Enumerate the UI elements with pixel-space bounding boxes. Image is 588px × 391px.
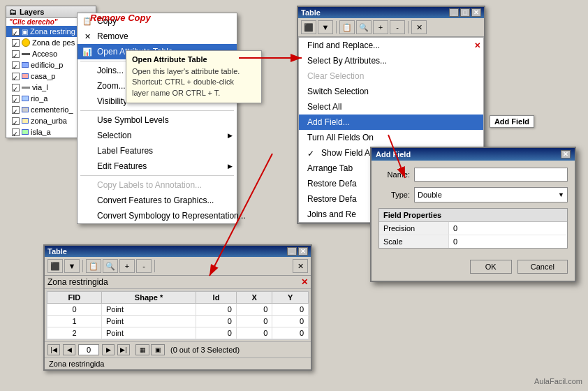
table-bottom-minimize[interactable]: _	[287, 247, 297, 256]
zone-close-icon[interactable]: ✕	[301, 277, 308, 287]
tb-bottom-del[interactable]: -	[136, 259, 152, 273]
toolbar-select-btn[interactable]: ⬛	[301, 20, 316, 34]
nav-first-btn[interactable]: |◀	[47, 344, 60, 355]
nav-view-select-btn[interactable]: ▣	[151, 344, 165, 355]
toolbar-del-btn[interactable]: -	[390, 20, 405, 34]
ctx-use-symbol[interactable]: Use Symbol Levels	[78, 112, 237, 128]
nav-current-input[interactable]	[78, 344, 99, 355]
menu-switch-selection[interactable]: Switch Selection	[299, 84, 483, 99]
tb-bottom-select[interactable]: ⬛	[47, 259, 63, 273]
win-maximize-btn[interactable]: □	[460, 8, 470, 17]
layer-symbol-line-5	[22, 87, 30, 89]
tooltip-box: Open Attribute Table Open this layer's a…	[126, 50, 262, 103]
scale-value[interactable]: 0	[449, 235, 567, 248]
layer-checkbox-9[interactable]	[12, 128, 20, 136]
type-select[interactable]: Double ▼	[414, 187, 568, 202]
tb-bottom-filter[interactable]: 🔍	[103, 259, 118, 273]
menu-select-all[interactable]: Select All	[299, 99, 483, 115]
layer-label-6: rio_a	[31, 94, 47, 103]
col-y: Y	[272, 292, 309, 304]
layers-icon: 🗂	[9, 8, 17, 16]
toolbar-sep-2	[408, 21, 409, 34]
layer-checkbox-1[interactable]	[12, 39, 20, 47]
layer-checkbox-8[interactable]	[12, 117, 20, 125]
layer-checkbox-7[interactable]	[12, 106, 20, 114]
table-bottom-titlebar: Table _ ✕	[45, 246, 311, 257]
layer-label-2: Acceso	[32, 50, 57, 58]
layer-checkbox-5[interactable]	[12, 84, 20, 91]
toolbar-add-btn[interactable]: +	[373, 20, 388, 34]
ctx-label-features-label: Label Features	[97, 146, 153, 156]
ctx-convert-features[interactable]: Convert Features to Graphics...	[78, 193, 237, 208]
layer-checkbox-0[interactable]	[12, 28, 20, 36]
nav-next-btn[interactable]: ▶	[102, 344, 115, 355]
ctx-remove[interactable]: ✕ Remove	[78, 29, 237, 44]
nav-view-table-btn[interactable]: ▦	[135, 344, 149, 355]
add-field-callout: Add Field	[490, 115, 534, 128]
menu-add-field[interactable]: Add Field...	[299, 115, 483, 130]
layer-checkbox-4[interactable]	[12, 73, 20, 80]
ok-button[interactable]: OK	[470, 260, 512, 274]
ctx-joins-label: Joins...	[97, 66, 124, 75]
zone-label: Zona restringida	[47, 277, 108, 287]
menu-find-replace[interactable]: Find and Replace... ✕	[299, 38, 483, 53]
table-bottom-close[interactable]: ✕	[298, 247, 308, 256]
ctx-edit-features[interactable]: Edit Features	[78, 158, 237, 174]
precision-value[interactable]: 0	[449, 222, 567, 235]
ctx-sep-3	[80, 175, 234, 176]
layer-checkbox-3[interactable]	[12, 61, 20, 69]
layer-label-5: via_l	[32, 83, 48, 91]
layer-label-9: isla_a	[31, 128, 51, 136]
add-field-titlebar: Add Field ✕	[372, 148, 575, 161]
tooltip-line1: Open this layer's attribute table.	[132, 66, 256, 77]
menu-clear-selection: Clear Selection	[299, 68, 483, 84]
ctx-zoom-label: Zoom...	[97, 81, 126, 91]
add-field-body: Name: Type: Double ▼ Field Properties Pr…	[372, 161, 575, 256]
nav-last-btn[interactable]: ▶|	[117, 344, 130, 355]
name-row: Name:	[378, 168, 568, 182]
menu-turn-all-fields[interactable]: Turn All Fields On	[299, 130, 483, 145]
tooltip-line3: layer name OR CTRL + T.	[132, 88, 256, 98]
cell-x-2: 0	[236, 327, 272, 339]
win-close-btn[interactable]: ✕	[471, 8, 481, 17]
tb-bottom-add[interactable]: +	[119, 259, 135, 273]
ctx-label-features[interactable]: Label Features	[78, 143, 237, 158]
tb-bottom-arrow[interactable]: ▼	[64, 259, 80, 273]
menu-arrange-tab-label: Arrange Tab	[307, 163, 353, 173]
precision-key: Precision	[379, 222, 449, 235]
table-icon: 📊	[82, 46, 93, 57]
layer-symbol-rect-3	[22, 62, 29, 68]
tb-bottom-table[interactable]: 📋	[86, 259, 101, 273]
ctx-convert-symbology-label: Convert Symbology to Representation...	[97, 211, 246, 221]
name-input[interactable]	[414, 168, 568, 182]
cell-id-0: 0	[196, 304, 237, 316]
col-id: Id	[196, 292, 237, 304]
col-fid: FID	[47, 292, 102, 304]
menu-select-by-attrs[interactable]: Select By Attributes...	[299, 53, 483, 68]
nav-status: (0 out of 3 Selected)	[170, 346, 240, 354]
zona-bottom-label: Zona restringida	[49, 360, 105, 368]
toolbar-x-btn[interactable]: ✕	[411, 20, 427, 34]
layer-checkbox-2[interactable]	[12, 50, 20, 58]
layer-label-4: casa_p	[31, 72, 55, 80]
layer-label-0: Zona restring	[30, 27, 75, 36]
add-field-close-btn[interactable]: ✕	[561, 150, 571, 158]
ctx-convert-symbology[interactable]: Convert Symbology to Representation...	[78, 208, 237, 223]
nav-prev-btn[interactable]: ◀	[63, 344, 75, 355]
layer-checkbox-6[interactable]	[12, 95, 20, 103]
type-select-value: Double	[418, 191, 442, 199]
ctx-selection[interactable]: Selection	[78, 128, 237, 143]
tb-bottom-x[interactable]: ✕	[293, 259, 308, 273]
toolbar-arrow-btn[interactable]: ▼	[318, 20, 333, 34]
layer-symbol-line-2	[22, 53, 30, 55]
cell-y-0: 0	[272, 304, 309, 316]
win-minimize-btn[interactable]: _	[449, 8, 459, 17]
menu-restore-defa-1-label: Restore Defa	[307, 179, 357, 189]
data-table: FID Shape * Id X Y 0 Point 0 0 0 1 Point	[47, 291, 309, 339]
win-controls: _ □ ✕	[449, 8, 481, 17]
menu-select-by-attrs-label: Select By Attributes...	[307, 56, 387, 66]
cancel-button[interactable]: Cancel	[517, 260, 568, 274]
toolbar-table-btn[interactable]: 📋	[339, 20, 355, 34]
close-x-icon[interactable]: ✕	[474, 41, 480, 50]
toolbar-filter-btn[interactable]: 🔍	[356, 20, 372, 34]
